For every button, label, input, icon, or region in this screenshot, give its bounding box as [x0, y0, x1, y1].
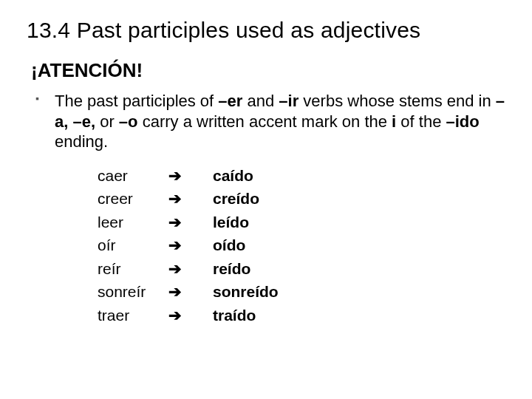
- participle: leído: [213, 211, 249, 234]
- body-list: The past participles of –er and –ir verb…: [27, 91, 505, 152]
- participle: reído: [213, 257, 250, 281]
- infinitive: reír: [98, 257, 168, 281]
- participle: sonreído: [213, 280, 279, 304]
- participle: traído: [213, 304, 256, 327]
- table-row: leer ➔ leído: [98, 211, 505, 234]
- infinitive: oír: [98, 233, 168, 257]
- table-row: sonreír ➔ sonreído: [98, 280, 505, 304]
- infinitive: sonreír: [98, 280, 168, 304]
- arrow-icon: ➔: [168, 233, 213, 257]
- bold-ido: –ido: [446, 112, 480, 131]
- participle: oído: [213, 233, 245, 257]
- table-row: caer ➔ caído: [98, 164, 505, 188]
- text: verbs whose stems end in: [299, 92, 496, 110]
- text: carry a written accent mark on the: [138, 112, 392, 131]
- text: or: [95, 112, 119, 131]
- verb-table: caer ➔ caído creer ➔ creído leer ➔ leído…: [98, 164, 505, 327]
- arrow-icon: ➔: [168, 187, 213, 211]
- participle: creído: [213, 187, 259, 211]
- table-row: traer ➔ traído: [98, 304, 505, 327]
- text: The past participles of: [55, 92, 218, 110]
- bold-ir: –ir: [279, 92, 299, 110]
- page-title: 13.4 Past participles used as adjectives: [27, 18, 505, 43]
- bold-er: –er: [218, 92, 242, 110]
- arrow-icon: ➔: [168, 304, 213, 327]
- arrow-icon: ➔: [168, 211, 213, 234]
- attention-heading: ¡ATENCIÓN!: [31, 59, 505, 82]
- infinitive: creer: [98, 187, 168, 211]
- infinitive: leer: [98, 211, 168, 234]
- text: of the: [396, 112, 446, 131]
- participle: caído: [213, 164, 253, 188]
- infinitive: caer: [98, 164, 168, 188]
- arrow-icon: ➔: [168, 257, 213, 281]
- body-bullet: The past participles of –er and –ir verb…: [49, 91, 505, 152]
- slide: 13.4 Past participles used as adjectives…: [0, 0, 532, 341]
- text: ending.: [55, 132, 108, 151]
- table-row: reír ➔ reído: [98, 257, 505, 281]
- bold-o: –o: [119, 112, 138, 131]
- arrow-icon: ➔: [168, 280, 213, 304]
- table-row: creer ➔ creído: [98, 187, 505, 211]
- table-row: oír ➔ oído: [98, 233, 505, 257]
- arrow-icon: ➔: [168, 164, 213, 188]
- text: and: [242, 92, 279, 110]
- infinitive: traer: [98, 304, 168, 327]
